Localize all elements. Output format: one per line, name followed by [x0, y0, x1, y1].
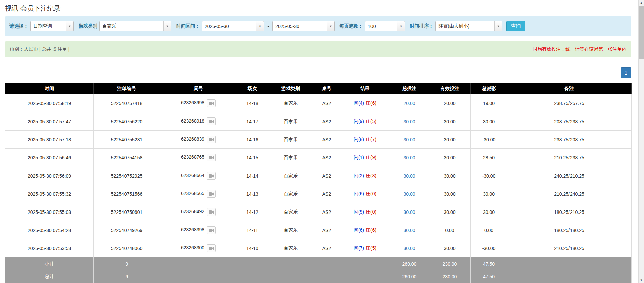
total-bet-link[interactable]: 30.00	[403, 246, 415, 251]
round-number: 623268664	[181, 173, 204, 178]
cell-payout: -30.00	[471, 239, 507, 257]
sort-label: 时间排序：	[410, 23, 433, 29]
result-banker: 庄(0)	[366, 191, 376, 196]
cell-remark: 180.25/210.25	[507, 203, 632, 221]
header-time: 时间	[5, 83, 94, 94]
chevron-down-icon[interactable]: ▼	[327, 21, 334, 31]
round-number: 623268765	[181, 154, 204, 160]
game-type-select[interactable]: 百家乐 ▼	[99, 21, 171, 31]
table-row: 2025-05-30 07:55:03 522540750601 6232684…	[5, 203, 632, 221]
cell-payout: 30.00	[471, 203, 507, 221]
cell-table-no: AS2	[313, 149, 340, 167]
header-total-bet: 总投注	[390, 83, 429, 94]
query-type-select[interactable]: 日期查询 ▼	[30, 21, 74, 31]
cell-valid-bet: 30.00	[429, 131, 471, 149]
result-player: 闲(4)	[354, 100, 364, 106]
page-1-button[interactable]: 1	[621, 67, 631, 78]
result-banker: 庄(5)	[366, 245, 376, 251]
total-bet-link[interactable]: 30.00	[403, 155, 415, 160]
cell-total-bet: 30.00	[390, 221, 429, 239]
total-bet-link[interactable]: 30.00	[403, 173, 415, 179]
cell-session: 14-14	[237, 167, 268, 185]
video-replay-icon[interactable]	[207, 190, 216, 198]
scrollbar-up-arrow-icon[interactable]: ▲	[639, 0, 644, 6]
cell-table-no: AS2	[313, 131, 340, 149]
result-banker: 庄(5)	[366, 119, 376, 124]
total-bet-link[interactable]: 30.00	[403, 137, 415, 142]
bet-records-table: 时间 注单编号 局号 场次 游戏类别 桌号 结果 总投注 有效投注 总派彩 备注…	[5, 83, 632, 283]
cell-game-type: 百家乐	[268, 239, 313, 257]
vertical-scrollbar[interactable]: ▲ ▼	[638, 0, 644, 283]
chevron-down-icon[interactable]: ▼	[397, 21, 405, 31]
result-banker: 庄(0)	[366, 209, 376, 215]
subtotal-row: 小计 9 260.00 230.00 47.50	[5, 257, 632, 270]
cell-game-type: 百家乐	[268, 203, 313, 221]
date-from-select[interactable]: 2025-05-30 ▼	[202, 21, 264, 31]
table-body: 2025-05-30 07:58:19 522540757418 6232689…	[5, 94, 632, 257]
result-banker: 庄(8)	[366, 173, 376, 178]
cell-round: 623268918	[160, 112, 237, 131]
scrollbar-thumb[interactable]	[639, 6, 644, 59]
search-button[interactable]: 查询	[506, 21, 525, 31]
page-title: 视讯 会员下注纪录	[5, 4, 631, 13]
total-bet-link[interactable]: 30.00	[403, 228, 415, 233]
table-row: 2025-05-30 07:56:46 522540754158 6232687…	[5, 149, 632, 167]
chevron-down-icon[interactable]: ▼	[256, 21, 264, 31]
cell-session: 14-15	[237, 149, 268, 167]
total-bet-link[interactable]: 30.00	[403, 119, 415, 124]
chevron-down-icon[interactable]: ▼	[66, 21, 73, 31]
table-row: 2025-05-30 07:54:28 522540749269 6232683…	[5, 221, 632, 239]
cell-session: 14-16	[237, 131, 268, 149]
header-table-no: 桌号	[313, 83, 340, 94]
round-number: 623268492	[181, 209, 204, 214]
video-replay-icon[interactable]	[207, 208, 216, 216]
cell-table-no: AS2	[313, 94, 340, 112]
chevron-down-icon[interactable]: ▼	[494, 21, 502, 31]
table-row: 2025-05-30 07:53:53 522540748060 6232683…	[5, 239, 632, 257]
result-player: 闲(9)	[354, 209, 364, 215]
header-result: 结果	[340, 83, 390, 94]
result-banker: 庄(6)	[366, 227, 376, 233]
page-size-select[interactable]: 100 ▼	[365, 21, 405, 31]
round-number: 623268918	[181, 118, 204, 124]
cell-result: 闲(6)庄(0)	[340, 185, 390, 203]
cell-total-bet: 30.00	[390, 131, 429, 149]
cell-time: 2025-05-30 07:55:03	[5, 203, 94, 221]
cell-payout: -30.00	[471, 167, 507, 185]
video-replay-icon[interactable]	[207, 136, 216, 143]
video-replay-icon[interactable]	[207, 244, 216, 252]
result-player: 闲(6)	[354, 227, 364, 233]
cell-time: 2025-05-30 07:55:32	[5, 185, 94, 203]
cell-result: 闲(8)庄(7)	[340, 131, 390, 149]
round-number: 623268998	[181, 100, 204, 105]
result-player: 闲(2)	[354, 173, 364, 178]
video-replay-icon[interactable]	[207, 117, 216, 125]
cell-payout: -30.00	[471, 131, 507, 149]
total-bet-link[interactable]: 30.00	[403, 209, 415, 215]
video-replay-icon[interactable]	[207, 99, 216, 107]
video-replay-icon[interactable]	[207, 154, 216, 161]
cell-remark: 208.75/238.75	[507, 112, 632, 131]
cell-result: 闲(7)庄(5)	[340, 239, 390, 257]
game-type-label: 游戏类别	[79, 23, 97, 29]
scrollbar-down-arrow-icon[interactable]: ▼	[639, 277, 644, 283]
total-bet-link[interactable]: 20.00	[403, 101, 415, 106]
table-row: 2025-05-30 07:55:32 522540751566 6232685…	[5, 185, 632, 203]
total-bet-link[interactable]: 30.00	[403, 191, 415, 197]
cell-time: 2025-05-30 07:56:09	[5, 167, 94, 185]
cell-round: 623268300	[160, 239, 237, 257]
cell-result: 闲(4)庄(6)	[340, 94, 390, 112]
video-replay-icon[interactable]	[207, 226, 216, 234]
cell-table-no: AS2	[313, 185, 340, 203]
date-to-select[interactable]: 2025-05-30 ▼	[272, 21, 335, 31]
chevron-down-icon[interactable]: ▼	[163, 21, 171, 31]
video-replay-icon[interactable]	[207, 172, 216, 180]
result-banker: 庄(6)	[366, 100, 376, 106]
sort-select[interactable]: 降幂(由大到小) ▼	[435, 21, 502, 31]
cell-valid-bet: 30.00	[429, 185, 471, 203]
cell-valid-bet: 20.00	[429, 94, 471, 112]
total-count: 9	[94, 270, 160, 283]
cell-round: 623268839	[160, 131, 237, 149]
cell-result: 闲(9)庄(5)	[340, 112, 390, 131]
total-payout: 47.50	[471, 270, 507, 283]
